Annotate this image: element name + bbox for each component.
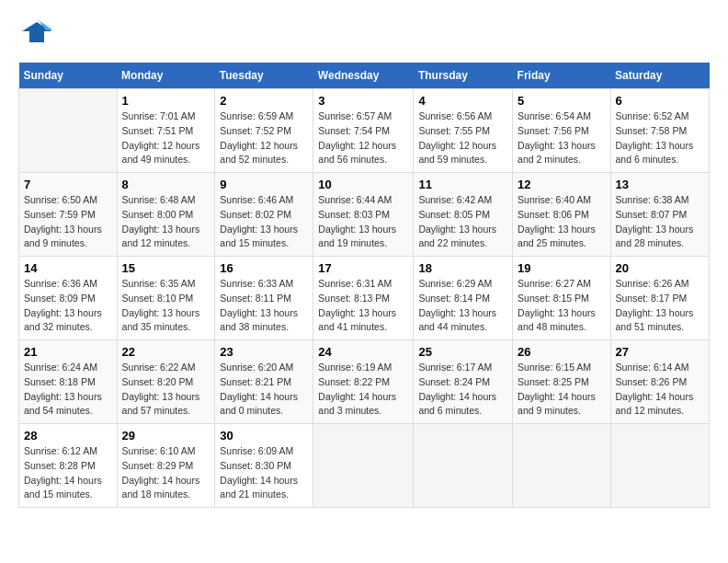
calendar-cell: 6Sunrise: 6:52 AMSunset: 7:58 PMDaylight… xyxy=(610,89,710,173)
day-number: 18 xyxy=(418,261,507,275)
day-number: 12 xyxy=(518,178,605,191)
day-number: 7 xyxy=(24,178,112,191)
calendar-cell: 30Sunrise: 6:09 AMSunset: 8:30 PMDayligh… xyxy=(215,424,313,508)
calendar-cell: 19Sunrise: 6:27 AMSunset: 8:15 PMDayligh… xyxy=(513,257,610,340)
calendar-table: SundayMondayTuesdayWednesdayThursdayFrid… xyxy=(18,63,710,508)
day-detail: Sunrise: 6:29 AMSunset: 8:14 PMDaylight:… xyxy=(418,277,507,335)
day-detail: Sunrise: 6:59 AMSunset: 7:52 PMDaylight:… xyxy=(220,109,308,167)
calendar-cell: 24Sunrise: 6:19 AMSunset: 8:22 PMDayligh… xyxy=(313,340,414,424)
day-detail: Sunrise: 6:22 AMSunset: 8:20 PMDaylight:… xyxy=(122,361,210,419)
day-number: 15 xyxy=(122,261,210,275)
calendar-cell: 5Sunrise: 6:54 AMSunset: 7:56 PMDaylight… xyxy=(513,89,610,173)
day-number: 20 xyxy=(616,261,705,275)
day-detail: Sunrise: 6:17 AMSunset: 8:24 PMDaylight:… xyxy=(418,361,507,419)
day-number: 14 xyxy=(24,261,112,275)
day-detail: Sunrise: 6:44 AMSunset: 8:03 PMDaylight:… xyxy=(318,193,408,251)
day-number: 24 xyxy=(318,345,408,359)
calendar-cell: 13Sunrise: 6:38 AMSunset: 8:07 PMDayligh… xyxy=(610,173,710,257)
day-detail: Sunrise: 6:46 AMSunset: 8:02 PMDaylight:… xyxy=(220,193,308,251)
day-number: 26 xyxy=(518,345,605,359)
day-detail: Sunrise: 6:19 AMSunset: 8:22 PMDaylight:… xyxy=(318,361,408,419)
calendar-cell: 1Sunrise: 7:01 AMSunset: 7:51 PMDaylight… xyxy=(117,89,215,173)
day-detail: Sunrise: 6:36 AMSunset: 8:09 PMDaylight:… xyxy=(24,277,112,335)
calendar-cell xyxy=(313,424,414,508)
day-detail: Sunrise: 6:57 AMSunset: 7:54 PMDaylight:… xyxy=(318,109,408,167)
calendar-cell: 17Sunrise: 6:31 AMSunset: 8:13 PMDayligh… xyxy=(313,257,414,340)
day-number: 30 xyxy=(220,429,308,442)
calendar-cell: 8Sunrise: 6:48 AMSunset: 8:00 PMDaylight… xyxy=(117,173,215,257)
weekday-header: Wednesday xyxy=(313,63,414,89)
calendar-cell: 2Sunrise: 6:59 AMSunset: 7:52 PMDaylight… xyxy=(215,89,313,173)
weekday-header: Saturday xyxy=(610,63,710,89)
calendar-cell: 23Sunrise: 6:20 AMSunset: 8:21 PMDayligh… xyxy=(215,340,313,424)
calendar-cell xyxy=(19,89,118,173)
day-number: 11 xyxy=(418,178,507,191)
day-detail: Sunrise: 7:01 AMSunset: 7:51 PMDaylight:… xyxy=(122,109,210,167)
day-number: 9 xyxy=(220,178,308,191)
calendar-cell: 28Sunrise: 6:12 AMSunset: 8:28 PMDayligh… xyxy=(19,424,118,508)
calendar-cell: 29Sunrise: 6:10 AMSunset: 8:29 PMDayligh… xyxy=(117,424,215,508)
day-number: 21 xyxy=(24,345,112,359)
day-number: 16 xyxy=(220,261,308,275)
calendar-cell: 16Sunrise: 6:33 AMSunset: 8:11 PMDayligh… xyxy=(215,257,313,340)
calendar-cell: 20Sunrise: 6:26 AMSunset: 8:17 PMDayligh… xyxy=(610,257,710,340)
day-number: 8 xyxy=(122,178,210,191)
day-detail: Sunrise: 6:54 AMSunset: 7:56 PMDaylight:… xyxy=(518,109,605,167)
calendar-cell xyxy=(414,424,513,508)
day-detail: Sunrise: 6:33 AMSunset: 8:11 PMDaylight:… xyxy=(220,277,308,335)
day-number: 3 xyxy=(318,94,408,108)
day-detail: Sunrise: 6:24 AMSunset: 8:18 PMDaylight:… xyxy=(24,361,112,419)
calendar-cell: 21Sunrise: 6:24 AMSunset: 8:18 PMDayligh… xyxy=(19,340,118,424)
weekday-header: Sunday xyxy=(19,63,118,89)
calendar-cell: 22Sunrise: 6:22 AMSunset: 8:20 PMDayligh… xyxy=(117,340,215,424)
day-number: 5 xyxy=(518,94,605,108)
logo xyxy=(18,18,55,46)
day-number: 17 xyxy=(318,261,408,275)
day-number: 29 xyxy=(122,429,210,442)
day-detail: Sunrise: 6:48 AMSunset: 8:00 PMDaylight:… xyxy=(122,193,210,251)
weekday-header: Friday xyxy=(513,63,610,89)
day-detail: Sunrise: 6:50 AMSunset: 7:59 PMDaylight:… xyxy=(24,193,112,251)
day-detail: Sunrise: 6:26 AMSunset: 8:17 PMDaylight:… xyxy=(616,277,705,335)
day-number: 27 xyxy=(616,345,705,359)
day-number: 1 xyxy=(122,94,210,108)
calendar-cell: 11Sunrise: 6:42 AMSunset: 8:05 PMDayligh… xyxy=(414,173,513,257)
calendar-cell: 18Sunrise: 6:29 AMSunset: 8:14 PMDayligh… xyxy=(414,257,513,340)
day-detail: Sunrise: 6:12 AMSunset: 8:28 PMDaylight:… xyxy=(24,444,112,502)
day-detail: Sunrise: 6:42 AMSunset: 8:05 PMDaylight:… xyxy=(418,193,507,251)
calendar-cell: 4Sunrise: 6:56 AMSunset: 7:55 PMDaylight… xyxy=(414,89,513,173)
day-detail: Sunrise: 6:31 AMSunset: 8:13 PMDaylight:… xyxy=(318,277,408,335)
calendar-cell: 25Sunrise: 6:17 AMSunset: 8:24 PMDayligh… xyxy=(414,340,513,424)
calendar-cell: 3Sunrise: 6:57 AMSunset: 7:54 PMDaylight… xyxy=(313,89,414,173)
day-detail: Sunrise: 6:40 AMSunset: 8:06 PMDaylight:… xyxy=(518,193,605,251)
day-number: 25 xyxy=(418,345,507,359)
day-number: 2 xyxy=(220,94,308,108)
day-detail: Sunrise: 6:10 AMSunset: 8:29 PMDaylight:… xyxy=(122,444,210,502)
weekday-header: Tuesday xyxy=(215,63,313,89)
day-number: 22 xyxy=(122,345,210,359)
day-number: 13 xyxy=(616,178,705,191)
calendar-cell xyxy=(610,424,710,508)
day-number: 6 xyxy=(616,94,705,108)
day-number: 10 xyxy=(318,178,408,191)
logo-icon xyxy=(18,18,51,46)
day-detail: Sunrise: 6:15 AMSunset: 8:25 PMDaylight:… xyxy=(518,361,605,419)
day-detail: Sunrise: 6:38 AMSunset: 8:07 PMDaylight:… xyxy=(616,193,705,251)
calendar-cell: 10Sunrise: 6:44 AMSunset: 8:03 PMDayligh… xyxy=(313,173,414,257)
calendar-cell: 14Sunrise: 6:36 AMSunset: 8:09 PMDayligh… xyxy=(19,257,118,340)
weekday-header: Monday xyxy=(117,63,215,89)
calendar-cell: 12Sunrise: 6:40 AMSunset: 8:06 PMDayligh… xyxy=(513,173,610,257)
day-detail: Sunrise: 6:35 AMSunset: 8:10 PMDaylight:… xyxy=(122,277,210,335)
calendar-cell: 26Sunrise: 6:15 AMSunset: 8:25 PMDayligh… xyxy=(513,340,610,424)
calendar-cell xyxy=(513,424,610,508)
weekday-header: Thursday xyxy=(414,63,513,89)
day-number: 4 xyxy=(418,94,507,108)
calendar-cell: 15Sunrise: 6:35 AMSunset: 8:10 PMDayligh… xyxy=(117,257,215,340)
calendar-cell: 27Sunrise: 6:14 AMSunset: 8:26 PMDayligh… xyxy=(610,340,710,424)
day-number: 23 xyxy=(220,345,308,359)
day-detail: Sunrise: 6:27 AMSunset: 8:15 PMDaylight:… xyxy=(518,277,605,335)
day-number: 19 xyxy=(518,261,605,275)
day-detail: Sunrise: 6:56 AMSunset: 7:55 PMDaylight:… xyxy=(418,109,507,167)
day-detail: Sunrise: 6:52 AMSunset: 7:58 PMDaylight:… xyxy=(616,109,705,167)
calendar-cell: 9Sunrise: 6:46 AMSunset: 8:02 PMDaylight… xyxy=(215,173,313,257)
